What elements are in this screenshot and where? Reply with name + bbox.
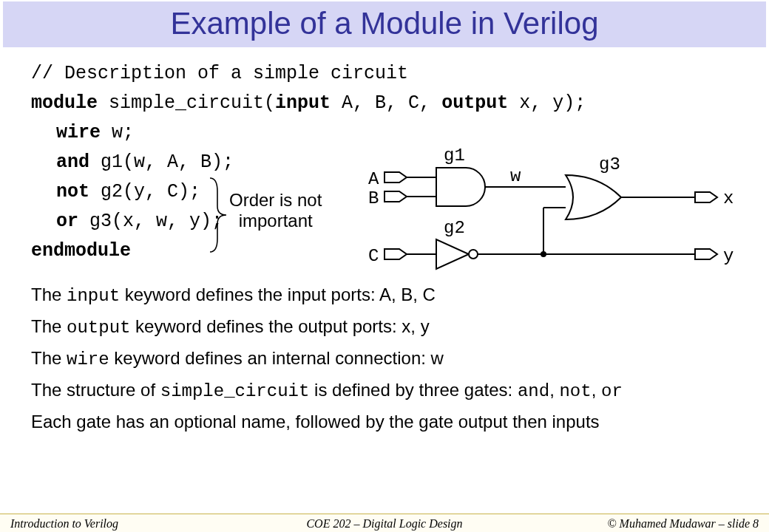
slide: Example of a Module in Verilog // Descri…: [0, 1, 769, 532]
svg-marker-2: [384, 249, 407, 259]
order-line1: Order is not: [229, 190, 322, 210]
code-word: and: [518, 381, 549, 401]
svg-marker-1: [384, 191, 407, 202]
code-comment: // Description of a simple circuit: [31, 63, 738, 84]
code-word: simple_circuit: [160, 381, 310, 401]
kw-or: or: [56, 211, 78, 232]
label-g1: g1: [444, 146, 465, 166]
module-name: simple_circuit(: [109, 92, 275, 114]
code-word: input: [67, 286, 120, 306]
explain-wire: The wire keyword defines an internal con…: [31, 348, 738, 369]
t: is defined by three gates:: [309, 380, 518, 400]
explain-output: The output keyword defines the output po…: [31, 316, 738, 338]
code-word: output: [67, 318, 130, 338]
page-title: Example of a Module in Verilog: [3, 1, 766, 47]
svg-marker-7: [436, 239, 469, 269]
label-C: C: [368, 246, 379, 266]
order-line2: important: [239, 211, 313, 231]
t: The: [31, 348, 67, 368]
explain-structure: The structure of simple_circuit is defin…: [31, 380, 738, 401]
code-word: not: [559, 381, 591, 401]
code-word: or: [601, 381, 623, 401]
wire-rest: w;: [101, 122, 134, 143]
code-word: wire: [67, 349, 109, 369]
output-args: x, y);: [508, 92, 586, 114]
kw-and: and: [56, 151, 89, 173]
t: ,: [592, 380, 601, 400]
svg-marker-14: [695, 192, 717, 202]
order-note: Order is not important: [225, 190, 317, 231]
t: ,: [549, 380, 559, 400]
svg-marker-0: [384, 172, 407, 183]
not-rest: g2(y, C);: [89, 181, 200, 202]
kw-not: not: [56, 181, 89, 202]
code-wire: wire w;: [31, 122, 738, 143]
input-args: A, B, C,: [331, 92, 441, 114]
explain-gatename: Each gate has an optional name, followed…: [31, 412, 738, 432]
label-w: w: [510, 166, 521, 186]
t: keyword defines an internal connection: …: [109, 348, 444, 368]
t: The: [31, 284, 67, 304]
or-rest: g3(x, w, y);: [78, 211, 223, 232]
kw-input: input: [275, 92, 331, 114]
code-module-decl: module simple_circuit(input A, B, C, out…: [31, 92, 738, 114]
t: keyword defines the output ports: x, y: [130, 316, 429, 336]
t: The structure of: [31, 380, 160, 400]
footer-right: © Muhamed Mudawar – slide 8: [607, 517, 759, 531]
kw-output: output: [441, 92, 508, 114]
t: keyword defines the input ports: A, B, C: [120, 284, 436, 304]
label-B: B: [368, 188, 379, 208]
kw-wire: wire: [56, 122, 101, 143]
circuit-diagram: A B C g1 g2 g3 w x y: [377, 146, 732, 286]
label-x: x: [723, 188, 734, 208]
svg-marker-15: [695, 249, 717, 259]
kw-module: module: [31, 92, 109, 114]
label-g3: g3: [599, 154, 620, 174]
t: The: [31, 316, 67, 336]
explain-input: The input keyword defines the input port…: [31, 284, 738, 306]
label-g2: g2: [444, 218, 465, 238]
label-y: y: [723, 246, 734, 266]
svg-point-8: [469, 250, 478, 259]
label-A: A: [368, 169, 379, 189]
footer: Introduction to Verilog COE 202 – Digita…: [0, 514, 769, 532]
and-rest: g1(w, A, B);: [89, 151, 234, 173]
